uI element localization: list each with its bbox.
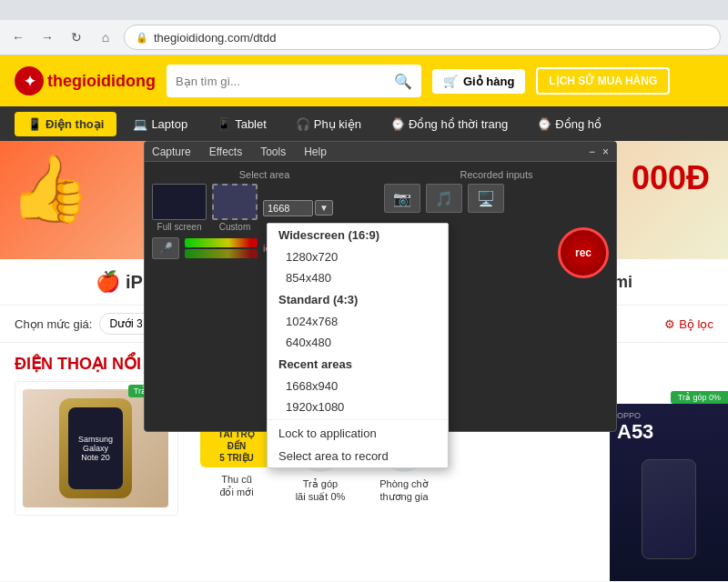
nav-tab-phukien[interactable]: 🎧 Phụ kiện (283, 112, 374, 136)
mic2-icon: 🎵 (435, 190, 453, 207)
hand-emoji: 👍 (9, 150, 91, 227)
mic2-btn[interactable]: 🎵 (426, 184, 462, 213)
fullscreen-preview (152, 184, 207, 220)
res-1668x940[interactable]: 1668x940 (268, 376, 448, 396)
site-header: ✦ thegioididong 🔍 🛒 Giỏ hàng LỊCH SỬ MUA… (0, 55, 728, 106)
browser-nav: ← → ↻ ⌂ 🔒 thegioididong.com/dtdd (0, 20, 728, 55)
fullscreen-label: Full screen (157, 222, 202, 232)
mic-icon-btn[interactable]: 🎤 (152, 237, 179, 259)
capture-menu-capture[interactable]: Capture (152, 146, 191, 158)
audio-level-1 (185, 238, 258, 247)
record-button[interactable]: rec (558, 227, 609, 278)
headphone-icon: 🎧 (296, 117, 310, 131)
recorded-inputs-label: Recorded inputs (384, 169, 609, 180)
right-phone-card[interactable]: OPPO A53 (610, 404, 728, 581)
lock-icon: 🔒 (136, 32, 148, 44)
custom-preview (212, 184, 258, 220)
oppo-brand-label: OPPO (617, 411, 641, 420)
url-text: thegioididong.com/dtdd (154, 31, 276, 45)
browser-chrome: ← → ↻ ⌂ 🔒 thegioididong.com/dtdd (0, 0, 728, 55)
search-icon: 🔍 (394, 73, 412, 90)
price-label: Chọn mức giá: (15, 317, 92, 331)
fullscreen-option[interactable]: Full screen (152, 184, 207, 232)
oppo-phone-image (642, 459, 696, 559)
cart-button[interactable]: 🛒 Giỏ hàng (432, 69, 525, 94)
laptop-icon: 💻 (133, 117, 147, 131)
resolution-dropdown-button[interactable]: ▼ (315, 200, 333, 216)
nav-tab-dongho[interactable]: ⌚ Đồng hồ thời trang (378, 112, 521, 136)
audio-level-2 (185, 249, 258, 258)
main-content: 👍 realme 000Đ 🍎 iPhone OPPO mi xiaomi Ch… (0, 141, 728, 581)
logo-icon: ✦ (15, 66, 44, 95)
nav-tab-dongho2[interactable]: ⌚ Đồng hồ (524, 112, 614, 136)
webcam-icon: 📷 (393, 190, 411, 207)
resolution-controls: ▼ (263, 200, 333, 216)
apple-logo-icon: 🍎 (96, 270, 120, 294)
lock-to-app-item[interactable]: Lock to application (268, 422, 448, 445)
search-bar[interactable]: 🔍 (167, 65, 421, 97)
res-854x480[interactable]: 854x480 (268, 267, 448, 288)
resolution-input[interactable] (263, 200, 313, 216)
filter-button[interactable]: ⚙ Bộ lọc (664, 317, 713, 331)
recent-header: Recent areas (268, 353, 448, 376)
custom-label: Custom (219, 222, 250, 232)
res-640x480[interactable]: 640x480 (268, 332, 448, 353)
capture-window-controls: − × (589, 146, 609, 158)
capture-titlebar: Capture Effects Tools Help − × (145, 142, 616, 162)
screen-icon: 🖥️ (477, 190, 495, 207)
history-button[interactable]: LỊCH SỬ MUA HÀNG (536, 67, 670, 95)
select-area-item[interactable]: Select area to record (268, 445, 448, 467)
a53-model-label: A53 (617, 420, 653, 444)
widescreen-header: Widescreen (16:9) (268, 224, 448, 246)
nav-tab-laptop[interactable]: 💻 Laptop (120, 112, 200, 136)
custom-option[interactable]: Custom (212, 184, 258, 232)
select-area-label: Select area (152, 169, 377, 180)
cart-icon: 🛒 (443, 75, 458, 88)
webcam-btn[interactable]: 📷 (384, 184, 420, 213)
standard-header: Standard (4:3) (268, 288, 448, 311)
nav-tab-dienthoai[interactable]: 📱 Điện thoại (15, 112, 116, 136)
back-button[interactable]: ← (7, 26, 29, 48)
close-button[interactable]: × (602, 146, 609, 158)
promo-thu-cu[interactable]: TÀI TRỢ ĐẾN5 TRIỆU Thu cũđổi mới (200, 425, 273, 504)
capture-menu-effects[interactable]: Effects (209, 146, 242, 158)
audio-levels (185, 238, 258, 258)
mic-icon: 🎤 (159, 242, 173, 255)
watch2-icon: ⌚ (537, 117, 551, 131)
res-1920x1080[interactable]: 1920x1080 (268, 396, 448, 417)
site-logo[interactable]: ✦ thegioididong (15, 66, 156, 95)
resolution-dropdown-menu: Widescreen (16:9) 1280x720 854x480 Stand… (267, 223, 449, 468)
home-button[interactable]: ⌂ (95, 26, 116, 48)
sale-text: 000Đ (632, 159, 710, 197)
res-1280x720[interactable]: 1280x720 (268, 246, 448, 267)
minimize-button[interactable]: − (589, 146, 595, 158)
screen-btn[interactable]: 🖥️ (468, 184, 504, 213)
reload-button[interactable]: ↻ (66, 26, 87, 48)
search-input[interactable] (176, 75, 387, 88)
browser-titlebar (0, 0, 728, 20)
watch-icon: ⌚ (390, 117, 405, 131)
tablet-icon: 📱 (217, 117, 231, 131)
filter-icon: ⚙ (664, 317, 675, 331)
res-1024x768[interactable]: 1024x768 (268, 311, 448, 332)
dropdown-separator (268, 419, 448, 420)
capture-menu-tools[interactable]: Tools (260, 146, 286, 158)
logo-text: thegioididong (47, 72, 156, 91)
phone-icon: 📱 (27, 117, 42, 131)
input-controls: 📷 🎵 🖥️ (384, 184, 609, 213)
address-bar[interactable]: 🔒 thegioididong.com/dtdd (124, 25, 721, 50)
right-card-badge: Trả góp 0% (671, 391, 728, 404)
capture-menu-help[interactable]: Help (304, 146, 327, 158)
site-nav: 📱 Điện thoại 💻 Laptop 📱 Tablet 🎧 Phụ kiệ… (0, 106, 728, 141)
nav-tab-tablet[interactable]: 📱 Tablet (204, 112, 279, 136)
forward-button[interactable]: → (36, 26, 58, 48)
website: ✦ thegioididong 🔍 🛒 Giỏ hàng LỊCH SỬ MUA… (0, 55, 728, 581)
